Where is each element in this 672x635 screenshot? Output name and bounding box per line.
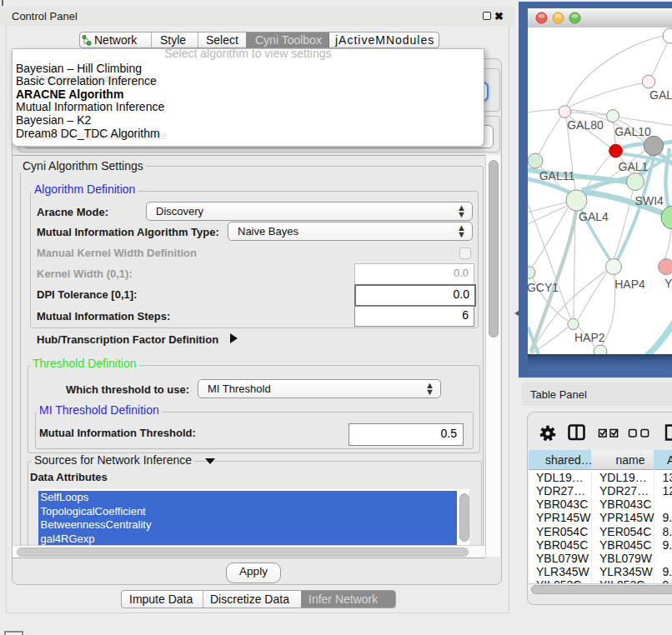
svg-text:GAL80: GAL80 <box>567 118 604 132</box>
svg-text:HAP4: HAP4 <box>614 278 645 291</box>
svg-text:SWI4: SWI4 <box>635 194 664 208</box>
svg-text:GAL1: GAL1 <box>619 160 649 173</box>
svg-text:Y: Y <box>664 277 672 290</box>
svg-text:GAL10: GAL10 <box>614 125 651 138</box>
svg-text:HAP2: HAP2 <box>574 331 605 344</box>
svg-text:GAL11: GAL11 <box>539 169 575 182</box>
svg-text:GAL4: GAL4 <box>579 210 609 223</box>
svg-text:GCY1: GCY1 <box>528 281 559 294</box>
svg-text:GAL: GAL <box>649 88 672 102</box>
